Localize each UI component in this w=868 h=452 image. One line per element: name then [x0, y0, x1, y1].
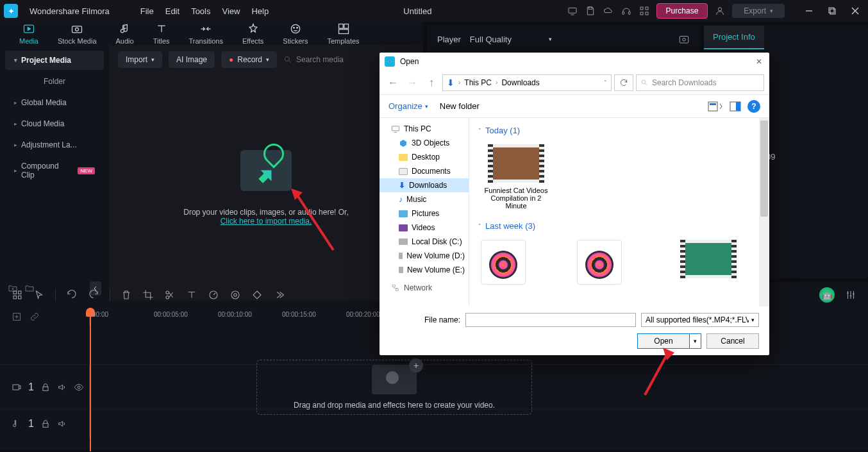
tab-titles[interactable]: Titles	[153, 22, 170, 45]
sidebar-cloud-media[interactable]: ▸Cloud Media	[5, 114, 104, 133]
preview-pane-button[interactable]	[730, 101, 741, 112]
timeline-dropzone[interactable]: + Drag and drop media and effects here t…	[256, 360, 532, 415]
timeline-grid-icon[interactable]	[12, 289, 23, 301]
ai-image-button[interactable]: AI Image	[169, 51, 215, 68]
view-mode-button[interactable]	[708, 101, 723, 112]
mute-icon[interactable]	[57, 419, 67, 429]
tab-transitions[interactable]: Transitions	[189, 22, 223, 45]
tree-downloads[interactable]: ⬇Downloads	[380, 178, 469, 192]
new-folder-button[interactable]: New folder	[440, 101, 480, 111]
purchase-button[interactable]: Purchase	[656, 3, 708, 19]
tree-documents[interactable]: Documents	[380, 164, 469, 178]
link-icon[interactable]	[29, 312, 40, 322]
menu-help[interactable]: Help	[251, 6, 269, 16]
refresh-button[interactable]	[614, 74, 633, 91]
tree-videos[interactable]: Videos	[380, 221, 469, 235]
file-item-video[interactable]	[673, 240, 744, 285]
headphones-icon[interactable]	[621, 5, 632, 17]
color-icon[interactable]	[230, 289, 241, 301]
redo-icon[interactable]	[88, 289, 99, 301]
project-info-tab[interactable]: Project Info	[704, 26, 764, 49]
tree-desktop[interactable]: Desktop	[380, 150, 469, 164]
tree-this-pc[interactable]: This PC	[380, 122, 469, 136]
split-icon[interactable]	[164, 289, 176, 301]
sidebar-adjustment-layer[interactable]: ▸Adjustment La...	[5, 135, 104, 155]
tab-audio[interactable]: Audio	[116, 22, 134, 45]
maximize-button[interactable]	[823, 2, 841, 20]
minimize-button[interactable]	[800, 2, 818, 20]
close-button[interactable]	[846, 2, 864, 20]
dropzone-text: Drop your video clips, images, or audio …	[183, 208, 348, 217]
screen-icon[interactable]	[567, 5, 578, 17]
sidebar-compound-clip[interactable]: ▸Compound ClipNEW	[5, 156, 104, 185]
svg-rect-23	[13, 291, 17, 294]
player-quality-select[interactable]: Full Quality▾	[470, 35, 552, 44]
import-media-link[interactable]: Click here to import media.	[221, 217, 312, 226]
cancel-button[interactable]: Cancel	[706, 333, 759, 349]
filename-input[interactable]	[465, 313, 636, 327]
text-icon[interactable]	[186, 289, 197, 301]
save-icon[interactable]	[585, 5, 596, 17]
keyframe-icon[interactable]	[251, 289, 263, 301]
dialog-search-input[interactable]: Search Downloads	[636, 74, 764, 91]
apps-icon[interactable]	[638, 5, 650, 17]
mute-icon[interactable]	[57, 382, 67, 392]
ai-assistant-icon[interactable]: 🤖	[819, 287, 835, 303]
filetype-select[interactable]: All supported files(*.MP4;*.FLV;▾	[641, 313, 759, 327]
cloud-icon[interactable]	[603, 5, 614, 17]
nav-forward-button[interactable]: →	[404, 75, 421, 90]
file-item-audio[interactable]	[577, 240, 647, 285]
add-track-icon[interactable]	[12, 312, 22, 322]
undo-icon[interactable]	[66, 289, 78, 301]
more-icon[interactable]	[273, 289, 285, 301]
sidebar-folder[interactable]: Folder	[0, 72, 109, 91]
organize-button[interactable]: Organize▾	[388, 101, 428, 111]
nav-back-button[interactable]: ←	[385, 75, 401, 90]
help-icon[interactable]: ?	[747, 100, 760, 113]
menu-file[interactable]: File	[140, 6, 154, 16]
tab-effects[interactable]: Effects	[242, 22, 263, 45]
sidebar-global-media[interactable]: ▸Global Media	[5, 93, 104, 112]
menu-edit[interactable]: Edit	[165, 6, 179, 16]
delete-icon[interactable]	[121, 289, 132, 301]
tab-stickers[interactable]: Stickers	[283, 22, 308, 45]
tab-stock-media[interactable]: Stock Media	[58, 22, 97, 45]
nav-up-button[interactable]: ↑	[423, 75, 440, 90]
open-button[interactable]: Open	[637, 333, 690, 349]
tree-new-volume-e[interactable]: New Volume (E:)	[380, 263, 469, 277]
scrollbar[interactable]	[759, 118, 769, 306]
file-item-audio[interactable]	[481, 240, 551, 285]
audio-track[interactable]: 1	[0, 409, 868, 437]
media-dropzone[interactable]: Drop your video clips, images, or audio …	[109, 74, 423, 301]
tree-3d-objects[interactable]: 3D Objects	[380, 136, 469, 150]
tree-pictures[interactable]: Pictures	[380, 206, 469, 221]
address-bar[interactable]: ⬇ › This PC › Downloads ˅	[442, 74, 612, 91]
open-dropdown-button[interactable]: ▾	[690, 333, 701, 349]
group-today[interactable]: ˅Today (1)	[478, 123, 760, 138]
menu-tools[interactable]: Tools	[191, 6, 210, 16]
tab-media[interactable]: Media	[19, 22, 38, 45]
cursor-icon[interactable]	[33, 289, 45, 301]
lock-icon[interactable]	[40, 382, 51, 392]
export-button[interactable]: Export▾	[732, 4, 785, 18]
import-button[interactable]: Import▾	[118, 51, 162, 68]
account-icon[interactable]	[714, 5, 726, 17]
tree-network[interactable]: Network	[380, 281, 469, 295]
snapshot-icon[interactable]	[678, 33, 690, 45]
eye-icon[interactable]	[74, 382, 84, 392]
record-button[interactable]: ●Record▾	[221, 51, 277, 68]
speed-icon[interactable]	[208, 289, 219, 301]
tree-local-disk[interactable]: Local Disk (C:)	[380, 235, 469, 249]
tab-templates[interactable]: Templates	[327, 22, 359, 45]
tree-music[interactable]: ♪Music	[380, 192, 469, 206]
group-last-week[interactable]: ˅Last week (3)	[478, 219, 760, 233]
file-item-video[interactable]: Funniest Cat Videos Compilation in 2 Min…	[481, 144, 551, 210]
video-track[interactable]: 1 + Drag and drop media and effects here…	[0, 364, 868, 409]
menu-view[interactable]: View	[222, 6, 240, 16]
tree-new-volume-d[interactable]: New Volume (D:)	[380, 249, 469, 263]
sidebar-project-media[interactable]: ▾Project Media	[5, 51, 104, 70]
crop-icon[interactable]	[142, 289, 154, 301]
audio-mixer-icon[interactable]	[845, 289, 856, 301]
lock-icon[interactable]	[40, 419, 51, 429]
dialog-close-button[interactable]: ✕	[754, 57, 764, 66]
